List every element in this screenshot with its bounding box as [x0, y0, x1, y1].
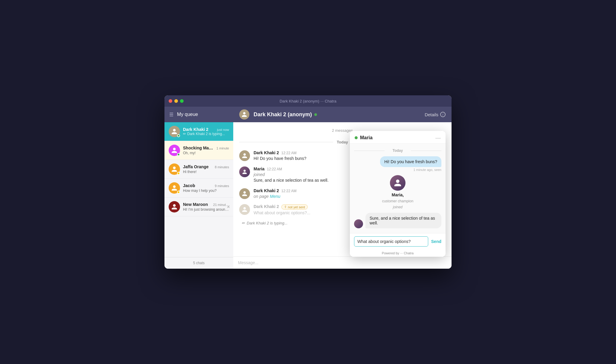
agent-avatar — [239, 166, 250, 177]
chats-count-label: 5 chats — [193, 261, 205, 265]
message-avatar-pending — [239, 204, 250, 215]
chat-header-title: Dark Khaki 2 (anonym) — [254, 111, 420, 118]
widget-send-button[interactable]: Send — [431, 239, 441, 244]
details-label: Details — [425, 112, 438, 117]
widget-agent-display-name: Maria, — [392, 192, 404, 197]
chat-preview: Hi there! — [183, 170, 229, 174]
chat-preview: Oh, my! — [183, 151, 229, 155]
chat-header-name: Dark Khaki 2 (anonym) — [254, 111, 312, 118]
avatar-dark-khaki-2 — [169, 126, 180, 137]
widget-input[interactable] — [354, 236, 428, 247]
away-indicator — [177, 191, 180, 194]
close-dot[interactable] — [169, 99, 172, 103]
message-avatar — [239, 188, 250, 199]
chat-name: Jacob — [183, 183, 195, 188]
widget-agent-block: Maria, customer champion joined — [354, 175, 441, 209]
away-indicator — [177, 172, 180, 175]
avatar-jacob — [169, 182, 180, 194]
avatar-jaffa-orange — [169, 163, 180, 175]
chat-name: Shocking Magenta 4 — [183, 146, 215, 150]
message-time: 12:22 AM — [267, 167, 282, 171]
chat-item-jaffa-orange[interactable]: Jaffa Orange 8 minutes Hi there! — [164, 160, 233, 179]
widget-minimize-button[interactable]: — — [435, 135, 441, 140]
widget-agent-photo — [390, 175, 405, 191]
widget-footer-text: Powered by ··· Chatra — [382, 251, 414, 255]
chat-name: New Maroon — [183, 202, 208, 207]
typing-text: Dark Khaki 2 is typing... — [247, 221, 288, 225]
maximize-dot[interactable] — [180, 99, 184, 103]
chat-time: 8 minutes — [215, 165, 229, 169]
message-sender: Maria — [254, 166, 265, 171]
chat-info-jaffa-orange: Jaffa Orange 8 minutes Hi there! — [183, 164, 229, 174]
message-avatar — [239, 150, 250, 161]
chat-header: Dark Khaki 2 (anonym) Details i — [233, 107, 452, 122]
widget-agent-message-row: Sure, and a nice selection of tea as wel… — [354, 213, 441, 228]
widget-footer: Powered by ··· Chatra — [350, 250, 446, 257]
chat-time: just now — [217, 128, 229, 131]
widget-input-area: Send — [350, 233, 446, 250]
online-indicator — [177, 134, 180, 137]
chat-preview: How may I help you? — [183, 189, 229, 193]
pencil-icon: ✏ — [242, 221, 245, 225]
window-controls — [169, 99, 184, 103]
app-window: Dark Khaki 2 (anonym) ··· Chatra ☰ My qu… — [164, 95, 452, 269]
widget-agent-role: customer champion — [382, 199, 414, 203]
avatar-shocking-magenta — [169, 145, 180, 156]
message-input[interactable] — [238, 260, 447, 265]
message-sender: Dark Khaki 2 — [254, 188, 279, 193]
sidebar-title: My queue — [177, 112, 198, 117]
chat-name: Dark Khaki 2 — [183, 127, 208, 132]
chat-list: Dark Khaki 2 just now ✏ Dark Khaki 2 is … — [164, 122, 233, 257]
online-indicator — [177, 153, 180, 156]
not-sent-badge: ⇧ not yet sent — [281, 204, 308, 209]
chat-item-dark-khaki-2[interactable]: Dark Khaki 2 just now ✏ Dark Khaki 2 is … — [164, 122, 233, 141]
chat-preview: Hi! I'm just browsing around :-) — [183, 207, 229, 212]
chat-time: 9 minutes — [215, 184, 229, 188]
widget-agent-avatar-small — [354, 219, 363, 228]
window-title: Dark Khaki 2 (anonym) ··· Chatra — [280, 99, 336, 103]
title-bar: Dark Khaki 2 (anonym) ··· Chatra — [164, 95, 452, 107]
widget-popup: Maria — Today Hi! Do you have fresh buns… — [350, 131, 446, 257]
chat-name: Jaffa Orange — [183, 164, 209, 169]
widget-bubble-time: 1 minute ago, seen — [413, 168, 441, 172]
close-chat-button[interactable]: ✕ — [227, 204, 230, 209]
widget-messages: Today Hi! Do you have fresh buns? 1 minu… — [350, 144, 446, 233]
chat-preview: ✏ Dark Khaki 2 is typing... — [183, 132, 229, 136]
hamburger-icon[interactable]: ☰ — [169, 112, 173, 117]
chat-info-dark-khaki-2: Dark Khaki 2 just now ✏ Dark Khaki 2 is … — [183, 127, 229, 136]
widget-online-dot — [355, 136, 358, 139]
page-link[interactable]: Menu — [270, 194, 280, 199]
minimize-dot[interactable] — [174, 99, 178, 103]
chat-time: 1 minute — [216, 146, 229, 150]
widget-agent-joined: joined — [393, 205, 402, 209]
sidebar-footer: 5 chats — [164, 257, 233, 269]
chat-item-new-maroon[interactable]: New Maroon 21 minut… Hi! I'm just browsi… — [164, 198, 233, 216]
widget-user-bubble: Hi! Do you have fresh buns? — [380, 156, 441, 167]
widget-header: Maria — — [350, 131, 446, 144]
widget-agent-reply: Sure, and a nice selection of tea as wel… — [365, 213, 441, 228]
widget-day-divider: Today — [354, 149, 441, 153]
widget-agent-name: Maria — [360, 135, 433, 140]
message-input-area — [233, 256, 452, 269]
sidebar-header: ☰ My queue — [164, 107, 233, 122]
chat-info-new-maroon: New Maroon 21 minut… Hi! I'm just browsi… — [183, 202, 229, 212]
user-bubble-container: Hi! Do you have fresh buns? 1 minute ago… — [354, 156, 441, 172]
details-button[interactable]: Details i — [425, 112, 446, 117]
chat-info-shocking-magenta: Shocking Magenta 4 1 minute Oh, my! — [183, 146, 229, 155]
avatar-new-maroon — [169, 201, 180, 212]
online-status-dot — [314, 113, 317, 116]
sidebar: ☰ My queue Dark Khaki 2 just no — [164, 107, 233, 269]
chat-info-jacob: Jacob 9 minutes How may I help you? — [183, 183, 229, 193]
message-time: 12:22 AM — [281, 189, 297, 193]
chat-header-avatar — [239, 109, 249, 120]
message-sender: Dark Khaki 2 — [254, 150, 279, 155]
chat-item-jacob[interactable]: Jacob 9 minutes How may I help you? — [164, 179, 233, 198]
info-icon: i — [440, 112, 446, 117]
message-sender: Dark Khaki 2 — [254, 204, 279, 209]
chat-item-shocking-magenta-4[interactable]: Shocking Magenta 4 1 minute Oh, my! — [164, 141, 233, 160]
message-time: 12:22 AM — [281, 151, 297, 155]
